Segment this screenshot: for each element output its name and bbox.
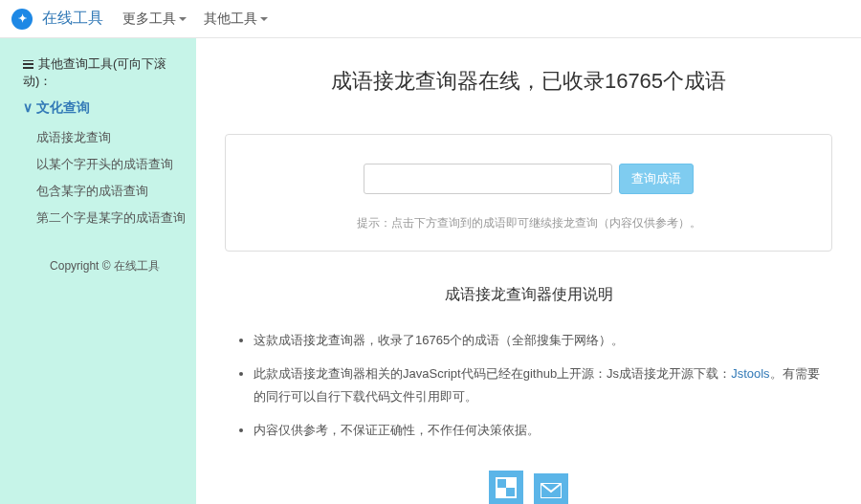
nav-other-tools[interactable]: 其他工具 [204,11,268,28]
chevron-down-icon [179,17,187,21]
jstools-link[interactable]: Jstools [731,366,769,381]
search-tip: 提示：点击下方查询到的成语即可继续接龙查询（内容仅供参考）。 [245,215,812,231]
list-icon [23,60,33,69]
idiom-search-input[interactable] [364,164,612,194]
sidebar-item[interactable]: 成语接龙查询 [23,124,187,151]
instructions-list: 这款成语接龙查询器，收录了16765个的成语（全部搜集于网络）。 此款成语接龙查… [225,329,832,442]
sidebar-header: 其他查询工具(可向下滚动)： [23,55,187,90]
email-icon[interactable] [534,473,568,504]
chevron-down-icon [260,17,268,21]
instruction-item: 这款成语接龙查询器，收录了16765个的成语（全部搜集于网络）。 [254,329,823,351]
instruction-item: 内容仅供参考，不保证正确性，不作任何决策依据。 [254,419,823,441]
instructions-title: 成语接龙查询器使用说明 [225,285,832,305]
instruction-item: 此款成语接龙查询器相关的JavaScript代码已经在github上开源：Js成… [254,362,823,407]
nav-more-tools[interactable]: 更多工具 [122,11,187,28]
main-content: 成语接龙查询器在线，已收录16765个成语 查询成语 提示：点击下方查询到的成语… [196,38,861,504]
sidebar-item[interactable]: 第二个字是某字的成语查询 [23,205,187,231]
search-button[interactable]: 查询成语 [619,164,694,194]
sidebar-category-culture[interactable]: 文化查询 [23,99,187,117]
logo-icon: ✦ [11,9,33,30]
page-title: 成语接龙查询器在线，已收录16765个成语 [225,67,832,96]
copyright-text: Copyright © 在线工具 [23,258,187,274]
sidebar-item[interactable]: 以某个字开头的成语查询 [23,151,187,178]
search-panel: 查询成语 提示：点击下方查询到的成语即可继续接龙查询（内容仅供参考）。 [225,134,832,252]
brand-link[interactable]: 在线工具 [42,9,103,29]
share-section [225,471,832,504]
qrcode-icon[interactable] [489,471,523,504]
top-nav: ✦ 在线工具 更多工具 其他工具 [0,0,861,38]
sidebar-item[interactable]: 包含某字的成语查询 [23,178,187,205]
sidebar: 其他查询工具(可向下滚动)： 文化查询 成语接龙查询 以某个字开头的成语查询 包… [0,38,196,504]
